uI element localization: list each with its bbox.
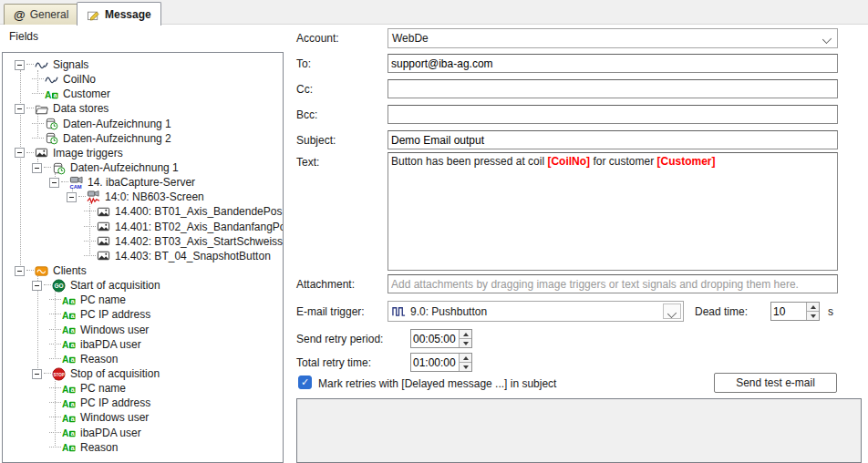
mark-retries-label: Mark retries with [Delayed message ...] … <box>318 377 556 390</box>
fields-panel-title: Fields <box>9 30 38 43</box>
compose-icon <box>87 8 100 21</box>
image-trigger-icon <box>97 234 112 249</box>
spin-down-button[interactable] <box>807 311 819 320</box>
text-signal-icon: Aa <box>62 396 78 410</box>
attachment-field[interactable] <box>388 274 838 293</box>
tab-general[interactable]: @ General <box>4 4 78 25</box>
text-signal-icon: Aa <box>62 323 78 337</box>
spin-down-button[interactable] <box>460 362 471 371</box>
tree-item[interactable]: AaPC name <box>3 293 283 307</box>
tree-item[interactable]: AaWindows user <box>3 410 283 425</box>
fields-tree: SignalsCoilNoAaCustomerData storesDaten-… <box>2 52 284 463</box>
dead-time-value[interactable] <box>771 303 806 320</box>
tree-item-label: Daten-Aufzeichnung 2 <box>60 131 171 146</box>
spin-up-button[interactable] <box>460 354 471 362</box>
tree-item-label: PC IP address <box>78 396 150 410</box>
spin-up-button[interactable] <box>460 330 471 338</box>
account-label: Account: <box>296 32 339 45</box>
tree-item[interactable]: Image triggers <box>3 146 283 160</box>
svg-text:A: A <box>62 311 69 321</box>
tree-item[interactable]: Daten-Aufzeichnung 1 <box>3 160 283 175</box>
datastore-icon <box>52 160 67 175</box>
svg-text:A: A <box>62 325 69 335</box>
text-signal-icon: Aa <box>62 352 78 366</box>
tree-item-label: 14.402: BT03_Axis_StartSchweissen <box>112 234 284 249</box>
send-retry-period-value[interactable] <box>411 330 459 347</box>
tree-item-label: Stop of acquisition <box>67 366 160 381</box>
tree-item[interactable]: AaReason <box>3 440 283 455</box>
send-test-email-button[interactable]: Send test e-mail <box>714 373 837 393</box>
expand-toggle[interactable] <box>32 369 42 379</box>
dead-time-stepper[interactable] <box>770 302 820 321</box>
tree-item-label: Reason <box>78 440 118 455</box>
tree-item[interactable]: AaPC IP address <box>3 396 283 410</box>
dead-time-unit: s <box>828 305 833 318</box>
total-retry-time-value[interactable] <box>411 354 459 371</box>
text-placeholder-token: [Customer] <box>656 155 715 168</box>
tree-item[interactable]: AaPC IP address <box>3 307 283 322</box>
email-trigger-label: E-mail trigger: <box>296 305 365 318</box>
tree-item[interactable]: CoilNo <box>3 72 283 87</box>
tab-message-label: Message <box>105 8 151 21</box>
tree-item-label: PC IP address <box>78 307 150 322</box>
expand-toggle[interactable] <box>49 178 59 188</box>
tree-item[interactable]: 14.400: BT01_Axis_BandendePos <box>3 204 283 219</box>
spin-down-button[interactable] <box>460 338 471 347</box>
clients-icon <box>35 263 50 278</box>
subject-field[interactable] <box>388 130 838 149</box>
svg-text:A: A <box>62 384 69 394</box>
to-field[interactable] <box>388 54 838 73</box>
text-area[interactable]: Button has been pressed at coil [CoilNo]… <box>388 152 838 271</box>
expand-toggle[interactable] <box>15 60 25 70</box>
tree-item[interactable]: AaibaPDA user <box>3 426 283 440</box>
tree-item[interactable]: STOPStop of acquisition <box>3 366 283 381</box>
cc-field[interactable] <box>388 79 838 98</box>
tree-item[interactable]: Data stores <box>3 101 283 116</box>
email-trigger-value: 9.0: Pushbutton <box>410 305 487 318</box>
tree-item[interactable]: Clients <box>3 263 283 278</box>
tree-item[interactable]: 14.401: BT02_Axis_BandanfangPos <box>3 220 283 234</box>
tree-item[interactable]: CAM14. ibaCapture-Server <box>3 175 283 190</box>
text-label: Text: <box>296 156 319 169</box>
spin-up-button[interactable] <box>807 303 819 311</box>
tree-item[interactable]: 14:0: NB603-Screen <box>3 190 283 204</box>
tree-item[interactable]: AaPC name <box>3 381 283 396</box>
account-select[interactable]: WebDe <box>388 28 838 48</box>
tree-item-label: Clients <box>50 263 87 278</box>
expand-toggle[interactable] <box>15 148 25 158</box>
tree-item[interactable]: 14.402: BT03_Axis_StartSchweissen <box>3 234 283 249</box>
text-signal-icon: Aa <box>62 293 78 307</box>
tree-item[interactable]: AaWindows user <box>3 323 283 337</box>
tree-item[interactable]: GOStart of acquisition <box>3 278 283 293</box>
camera-signal-icon <box>87 190 102 204</box>
expand-toggle[interactable] <box>15 266 25 276</box>
bcc-field[interactable] <box>388 105 838 124</box>
text-signal-icon: Aa <box>62 337 78 352</box>
svg-text:CAM: CAM <box>69 184 81 190</box>
tree-item[interactable]: AaReason <box>3 352 283 366</box>
email-trigger-select[interactable]: 9.0: Pushbutton <box>388 301 684 322</box>
tree-item[interactable]: Signals <box>3 57 283 72</box>
send-retry-period-stepper[interactable] <box>410 329 472 348</box>
total-retry-time-stepper[interactable] <box>410 353 472 372</box>
tree-item[interactable]: Daten-Aufzeichnung 2 <box>3 131 283 146</box>
tree-item[interactable]: AaibaPDA user <box>3 337 283 352</box>
to-label: To: <box>296 57 311 70</box>
mark-retries-checkbox[interactable]: ✓ <box>298 376 312 389</box>
tree-item-label: Daten-Aufzeichnung 1 <box>67 160 179 175</box>
expand-toggle[interactable] <box>67 192 77 202</box>
text-signal-icon: Aa <box>62 426 78 440</box>
expand-toggle[interactable] <box>15 104 25 114</box>
datastore-icon <box>45 131 60 146</box>
tab-message[interactable]: Message <box>77 2 161 26</box>
image-trigger-icon <box>97 204 112 219</box>
text-signal-icon: Aa <box>62 440 78 455</box>
message-dialog: @ General Message Fields SignalsCoilNoAa… <box>0 0 868 463</box>
expand-toggle[interactable] <box>32 163 42 173</box>
expand-toggle[interactable] <box>32 281 42 291</box>
tree-item[interactable]: 14.403: BT_04_SnapshotButton <box>3 249 283 263</box>
tree-item[interactable]: AaCustomer <box>3 87 283 101</box>
svg-text:A: A <box>62 296 69 306</box>
tree-item[interactable]: Daten-Aufzeichnung 1 <box>3 117 283 131</box>
svg-text:A: A <box>62 399 69 409</box>
